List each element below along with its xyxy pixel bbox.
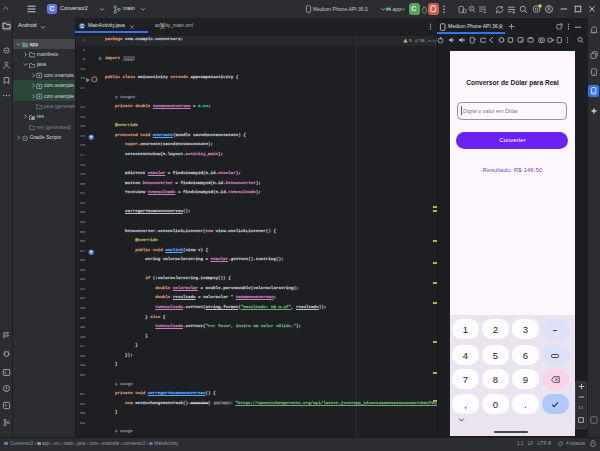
svg-text:4: 4 [470,6,472,10]
